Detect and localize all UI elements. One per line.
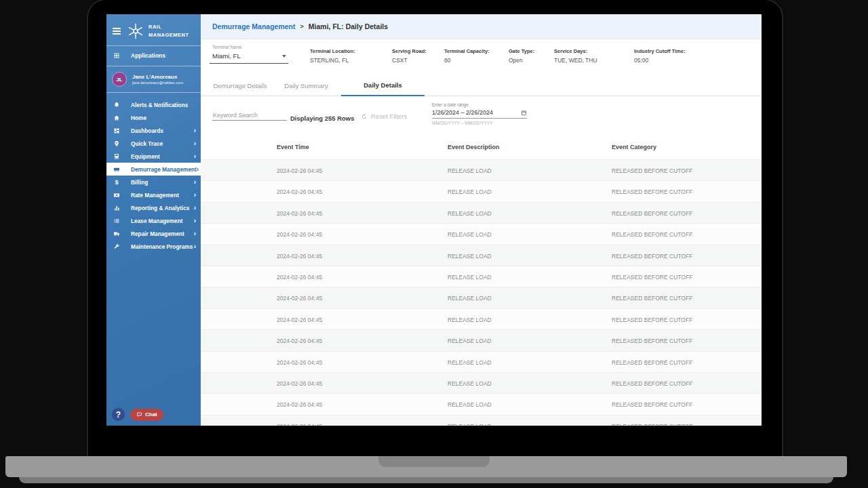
table-row[interactable]: 2024-02-26 04:45 RELEASE LOAD RELEASED B… [201,372,762,393]
event-time-cell: 2024-02-26 04:45 [277,231,322,238]
event-category-cell: RELEASED BEFORE CUTOFF [612,274,692,281]
chevron-right-icon: › [194,140,196,147]
user-profile[interactable]: JL Jane L'Amoreaux jane.lamoreaux@railde… [106,66,201,92]
table-row[interactable]: 2024-02-26 04:45 RELEASE LOAD RELEASED B… [201,180,762,201]
sidebar-item[interactable]: Rate Management › [106,188,201,201]
laptop-screen: RAIL MANAGEMENT Applications JL Jane L'A… [106,14,762,426]
user-name: Jane L'Amoreaux [132,74,183,81]
event-category-cell: RELEASED BEFORE CUTOFF [612,380,692,387]
chevron-right-icon: › [194,127,196,134]
event-description-cell: RELEASE LOAD [448,231,492,238]
help-question-icon: ? [116,410,121,420]
sidebar-item-label: Equipment [131,153,160,160]
terminal-name-select[interactable]: Terminal Name Miami, FL [210,45,288,64]
table-row[interactable]: 2024-02-26 04:45 RELEASE LOAD RELEASED B… [201,223,762,244]
terminal-field-value: STERLING, FL [310,57,355,64]
home-icon [113,115,120,121]
table-row[interactable]: 2024-02-26 04:45 RELEASE LOAD RELEASED B… [201,287,762,308]
terminal-field-label: Serving Road: [392,48,427,54]
terminal-name-value: Miami, FL [212,52,241,60]
banknote-icon [113,192,120,199]
terminal-field: Terminal Location: STERLING, FL [310,48,355,64]
location-pin-icon [113,140,120,147]
chevron-right-icon: › [194,192,196,199]
event-time-cell: 2024-02-26 04:45 [277,380,322,387]
table-row[interactable]: 2024-02-26 04:45 RELEASE LOAD RELEASED B… [201,329,762,350]
terminal-field-value: Open [509,57,534,64]
chat-bubble-icon [136,411,142,418]
tab[interactable]: Demurrage Details [206,75,274,96]
applications-label: Applications [131,52,165,59]
event-category-cell: RELEASED BEFORE CUTOFF [612,401,692,408]
sidebar-item[interactable]: Lease Management › [106,214,201,227]
chevron-right-icon: › [194,243,196,250]
sidebar-item-label: Rate Management [131,192,179,199]
event-time-cell: 2024-02-26 04:45 [277,274,322,281]
sidebar-item[interactable]: $ Billing › [106,176,201,188]
terminal-field-label: Industry Cutoff Time: [634,48,686,54]
terminal-field-value: CSXT [392,57,427,64]
event-table: 2024-02-26 04:45 RELEASE LOAD RELEASED B… [201,159,762,426]
breadcrumb-separator: > [300,23,304,30]
event-category-cell: RELEASED BEFORE CUTOFF [612,253,692,260]
page-title: Miami, FL: Daily Details [309,22,388,30]
svg-text:$: $ [115,179,119,186]
table-row[interactable]: 2024-02-26 04:45 RELEASE LOAD RELEASED B… [201,245,762,266]
table-row[interactable]: 2024-02-26 04:45 RELEASE LOAD RELEASED B… [201,266,762,287]
keyword-search-input[interactable] [212,110,287,121]
chevron-right-icon: › [194,218,196,224]
event-time-cell: 2024-02-26 04:45 [277,423,322,426]
sidebar-item[interactable]: Quick Trace › [106,137,201,150]
hamburger-menu-icon[interactable] [113,26,121,36]
wrench-icon [113,243,120,250]
chevron-right-icon: › [194,179,196,186]
sidebar-item[interactable]: Home › [106,111,201,124]
sidebar-item-applications[interactable]: Applications [106,46,201,66]
dollar-icon: $ [113,179,120,186]
table-row[interactable]: 2024-02-26 04:45 RELEASE LOAD RELEASED B… [201,159,762,180]
reset-filters-button[interactable]: Reset Filters [361,113,407,120]
sidebar-item-label: Quick Trace [131,140,163,147]
sidebar-item[interactable]: Dashboards › [106,124,201,137]
laptop-base-lip [19,477,833,483]
sidebar-menu: Alerts & Notifications › Home › Dashboar… [106,98,201,253]
tab[interactable]: Daily Summary [274,75,338,96]
terminal-field: Terminal Capacity: 80 [444,48,490,64]
help-button[interactable]: ? [111,407,125,422]
chevron-right-icon: › [197,166,199,173]
table-row[interactable]: 2024-02-26 04:45 RELEASE LOAD RELEASED B… [201,415,762,426]
event-description-cell: RELEASE LOAD [448,359,492,366]
event-category-cell: RELEASED BEFORE CUTOFF [612,338,692,344]
tab[interactable]: Daily Details [341,75,425,96]
event-description-cell: RELEASE LOAD [448,253,492,260]
table-row[interactable]: 2024-02-26 04:45 RELEASE LOAD RELEASED B… [201,308,762,329]
sidebar-item[interactable]: Equipment › [106,150,201,163]
tab-label: Daily Details [363,81,402,89]
event-description-cell: RELEASE LOAD [448,167,492,174]
table-row[interactable]: 2024-02-26 04:45 RELEASE LOAD RELEASED B… [201,393,762,414]
divider [106,92,201,93]
rail-management-logo-icon [125,21,146,41]
sidebar-item[interactable]: Repair Management › [106,227,201,240]
calendar-icon[interactable] [521,110,527,116]
row-count-text: Displaying 255 Rows [290,115,355,122]
sidebar-item[interactable]: Reporting & Analytics › [106,201,201,214]
sidebar-item[interactable]: Maintenance Programs › [106,240,201,253]
bar-chart-icon [113,205,120,211]
event-category-cell: RELEASED BEFORE CUTOFF [612,188,692,195]
date-range-value[interactable]: 1/26/2024 – 2/26/2024 [432,109,493,116]
event-category-cell: RELEASED BEFORE CUTOFF [612,359,692,366]
table-row[interactable]: 2024-02-26 04:45 RELEASE LOAD RELEASED B… [201,202,762,223]
tab-bar: Demurrage Details Daily Summary Daily De… [201,75,762,96]
event-category-cell: RELEASED BEFORE CUTOFF [612,231,692,238]
apps-grid-icon [113,52,120,59]
event-time-cell: 2024-02-26 04:45 [277,317,322,323]
sidebar-item-label: Billing [131,179,148,186]
event-category-cell: RELEASED BEFORE CUTOFF [612,210,692,217]
breadcrumb-parent-link[interactable]: Demurrage Management [212,22,296,30]
sidebar-item[interactable]: Demurrage Management › [106,163,201,176]
chat-button[interactable]: Chat [130,409,163,421]
sidebar-item[interactable]: Alerts & Notifications › [106,98,201,111]
event-description-cell: RELEASE LOAD [448,423,492,426]
table-row[interactable]: 2024-02-26 04:45 RELEASE LOAD RELEASED B… [201,351,762,372]
